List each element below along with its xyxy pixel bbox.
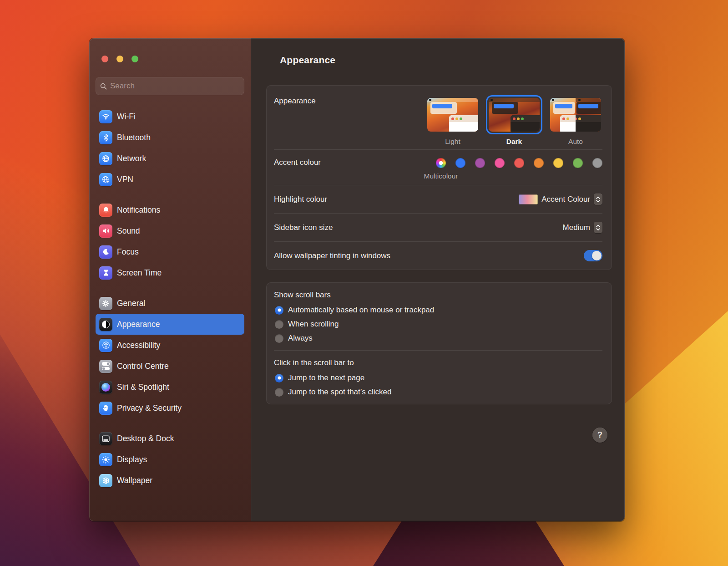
radio-icon[interactable] bbox=[275, 306, 283, 315]
appearance-mode-label: Appearance bbox=[274, 97, 316, 106]
hourglass-icon bbox=[99, 266, 112, 280]
appearance-option-auto[interactable]: Auto bbox=[549, 97, 602, 146]
scroll-bar-click-section: Click in the scroll bar to Jump to the n… bbox=[274, 351, 602, 404]
sidebar-item-wifi[interactable]: Wi-Fi bbox=[96, 106, 244, 127]
chevron-up-icon bbox=[596, 224, 600, 227]
sidebar-item-wallpaper[interactable]: Wallpaper bbox=[96, 470, 244, 491]
sidebar-item-label: Screen Time bbox=[117, 268, 162, 278]
sidebar-nav: Wi-Fi Bluetooth Network bbox=[96, 106, 244, 491]
accent-swatch-purple[interactable] bbox=[475, 158, 485, 168]
accessibility-icon bbox=[99, 339, 112, 352]
accent-colour-row: Accent colour Multicolour bbox=[274, 150, 602, 185]
sidebar-item-displays[interactable]: Displays bbox=[96, 449, 244, 470]
sidebar-item-accessibility[interactable]: Accessibility bbox=[96, 335, 244, 356]
accent-colour-label: Accent colour bbox=[274, 158, 321, 167]
light-mode-thumbnail bbox=[427, 98, 478, 132]
wallpaper-tinting-label: Allow wallpaper tinting in windows bbox=[274, 251, 390, 260]
radio-option-when-scrolling[interactable]: When scrolling bbox=[275, 320, 602, 329]
accent-swatches bbox=[436, 158, 602, 168]
search-field[interactable] bbox=[96, 77, 244, 95]
accent-swatch-blue[interactable] bbox=[455, 158, 465, 168]
accent-swatch-pink[interactable] bbox=[495, 158, 505, 168]
appearance-option-light[interactable]: Light bbox=[426, 97, 480, 146]
sidebar-item-sound[interactable]: Sound bbox=[96, 220, 244, 241]
sidebar-item-label: VPN bbox=[117, 175, 133, 184]
sidebar-item-label: Sound bbox=[117, 226, 140, 236]
highlight-colour-value: Accent Colour bbox=[541, 195, 590, 204]
chevron-down-icon bbox=[596, 228, 600, 231]
highlight-colour-stepper[interactable] bbox=[594, 194, 602, 205]
radio-option-automatically[interactable]: Automatically based on mouse or trackpad bbox=[275, 306, 602, 315]
help-button[interactable]: ? bbox=[592, 428, 607, 443]
radio-icon[interactable] bbox=[275, 388, 283, 397]
accent-swatch-orange[interactable] bbox=[534, 158, 544, 168]
wallpaper-tinting-row: Allow wallpaper tinting in windows bbox=[274, 242, 602, 270]
sidebar-item-bluetooth[interactable]: Bluetooth bbox=[96, 127, 244, 148]
system-settings-window: Wi-Fi Bluetooth Network bbox=[89, 38, 625, 521]
sidebar-item-general[interactable]: General bbox=[96, 293, 244, 314]
radio-icon[interactable] bbox=[275, 334, 283, 343]
hand-icon bbox=[99, 402, 112, 415]
search-icon bbox=[100, 83, 107, 90]
moon-icon bbox=[99, 245, 112, 259]
show-scroll-bars-heading: Show scroll bars bbox=[274, 291, 602, 300]
sidebar-icon-size-row: Sidebar icon size Medium bbox=[274, 214, 602, 241]
sidebar-item-notifications[interactable]: Notifications bbox=[96, 199, 244, 220]
sun-icon bbox=[99, 453, 112, 466]
sidebar-item-label: Network bbox=[117, 154, 146, 163]
radio-icon[interactable] bbox=[275, 320, 283, 329]
accent-swatch-multicolour[interactable] bbox=[436, 158, 446, 168]
highlight-colour-row: Highlight colour Accent Colour bbox=[274, 185, 602, 213]
sidebar-item-label: Notifications bbox=[117, 205, 160, 215]
highlight-colour-label: Highlight colour bbox=[274, 195, 327, 204]
highlight-colour-swatch bbox=[519, 194, 538, 204]
bell-icon bbox=[99, 204, 112, 217]
accent-swatch-yellow[interactable] bbox=[553, 158, 563, 168]
apple-logo-icon bbox=[552, 99, 554, 101]
sidebar-item-focus[interactable]: Focus bbox=[96, 241, 244, 262]
sidebar-item-vpn[interactable]: VPN bbox=[96, 169, 244, 190]
content-pane: Appearance Appearance Light bbox=[251, 38, 625, 521]
siri-orb-icon bbox=[99, 381, 112, 394]
apple-logo-icon bbox=[429, 99, 431, 101]
sidebar-item-label: Wi-Fi bbox=[117, 112, 136, 122]
contrast-icon bbox=[99, 318, 112, 331]
radio-option-always[interactable]: Always bbox=[275, 334, 602, 343]
light-option-label: Light bbox=[445, 138, 460, 146]
toggles-icon bbox=[99, 360, 112, 373]
traffic-lights bbox=[96, 38, 244, 62]
appearance-mode-row: Appearance Light bbox=[274, 86, 602, 149]
globe-shield-icon bbox=[99, 173, 112, 186]
accent-swatch-graphite[interactable] bbox=[592, 158, 602, 168]
sidebar-item-privacy-security[interactable]: Privacy & Security bbox=[96, 398, 244, 418]
sidebar-item-siri-spotlight[interactable]: Siri & Spotlight bbox=[96, 377, 244, 398]
search-input[interactable] bbox=[110, 82, 240, 91]
sidebar-item-label: Accessibility bbox=[117, 341, 160, 350]
close-button[interactable] bbox=[101, 56, 108, 62]
accent-swatch-green[interactable] bbox=[573, 158, 583, 168]
bluetooth-icon bbox=[99, 131, 112, 144]
auto-option-label: Auto bbox=[568, 138, 583, 146]
sidebar-item-appearance[interactable]: Appearance bbox=[96, 314, 244, 335]
sidebar-item-label: Privacy & Security bbox=[117, 403, 182, 413]
radio-option-jump-to-spot[interactable]: Jump to the spot that’s clicked bbox=[275, 388, 602, 397]
wifi-icon bbox=[99, 110, 112, 123]
minimize-button[interactable] bbox=[116, 56, 123, 62]
radio-option-jump-next-page[interactable]: Jump to the next page bbox=[275, 373, 602, 382]
sidebar-item-desktop-dock[interactable]: Desktop & Dock bbox=[96, 428, 244, 449]
zoom-button[interactable] bbox=[131, 56, 138, 62]
sidebar-item-screen-time[interactable]: Screen Time bbox=[96, 262, 244, 283]
appearance-mode-options: Light Dark bbox=[426, 97, 602, 146]
sidebar-item-label: Bluetooth bbox=[117, 133, 151, 143]
sidebar-item-label: General bbox=[117, 299, 145, 308]
page-title: Appearance bbox=[280, 55, 612, 66]
appearance-option-dark[interactable]: Dark bbox=[487, 97, 541, 146]
sidebar-item-network[interactable]: Network bbox=[96, 148, 244, 169]
wallpaper-tinting-toggle[interactable] bbox=[584, 250, 602, 261]
sidebar-item-label: Wallpaper bbox=[117, 476, 152, 485]
sidebar-icon-size-stepper[interactable] bbox=[594, 222, 602, 233]
sidebar-item-label: Control Centre bbox=[117, 362, 169, 371]
sidebar-item-control-centre[interactable]: Control Centre bbox=[96, 356, 244, 377]
accent-swatch-red[interactable] bbox=[514, 158, 524, 168]
radio-icon[interactable] bbox=[275, 374, 283, 382]
